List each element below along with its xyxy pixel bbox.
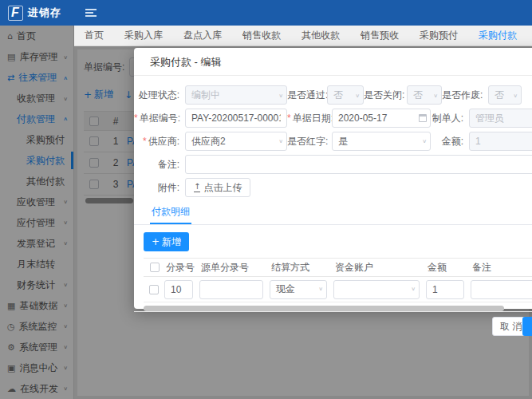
app-logo: F 进销存 — [0, 6, 74, 21]
fund-account-select[interactable]: ∨ — [333, 280, 420, 299]
detail-add-button[interactable]: + 新增 — [144, 232, 189, 251]
detail-tabs: 付款明细 — [134, 203, 532, 225]
col-settle-method: 结算方式 — [270, 261, 333, 275]
upload-button[interactable]: ↑ 点击上传 — [185, 178, 250, 197]
settle-method-value: 现金 — [276, 282, 295, 296]
page-tabbar: 首页 采购入库 盘点入库 销售收款 其他收款 销售预收 采购预付 采购付款 — [74, 26, 532, 46]
status-select[interactable]: 编制中 ∨ — [185, 85, 287, 105]
tab-sales-prereceipt[interactable]: 销售预收 — [350, 26, 409, 45]
creator-input — [469, 109, 532, 128]
chevron-down-icon: ∨ — [355, 92, 360, 97]
detail-table: 分录号 源单分录号 结算方式 资金账户 金额 备注 备注2 现金 ∨ — [144, 258, 532, 302]
passed-label: 是否通过: — [287, 89, 327, 102]
chevron-down-icon: ∨ — [433, 92, 438, 97]
tab-other-receipt[interactable]: 其他收款 — [291, 26, 350, 45]
required-mark: * — [134, 113, 138, 124]
amount-label: 金额: — [431, 135, 469, 148]
app-header: F 进销存 — [0, 0, 532, 26]
col-entry-no: 分录号 — [164, 261, 199, 275]
voided-label: 是否作废: — [442, 89, 488, 102]
tab-payment-details[interactable]: 付款明细 — [150, 203, 191, 224]
doc-date-label: *单据日期: — [287, 112, 332, 125]
col-amount: 金额 — [426, 261, 471, 275]
status-label: 处理状态: — [134, 89, 185, 102]
detail-select-all-checkbox[interactable] — [150, 263, 160, 272]
settle-method-select[interactable]: 现金 ∨ — [270, 280, 327, 299]
attachment-label: 附件: — [134, 181, 185, 195]
voided-select[interactable]: 否 ∨ — [488, 85, 522, 105]
tab-purchase-inbound[interactable]: 采购入库 — [114, 26, 173, 45]
required-mark: * — [287, 113, 291, 124]
detail-add-label: 新增 — [162, 235, 181, 249]
calendar-icon — [419, 114, 427, 122]
closed-select[interactable]: 否 ∨ — [407, 85, 442, 105]
upload-label: 点击上传 — [203, 181, 242, 195]
closed-value: 否 — [413, 89, 423, 102]
doc-no-label: *单据编号: — [134, 112, 185, 125]
doc-date-value: 2020-05-17 — [338, 113, 387, 124]
modal-title: 采购付款 - 编辑 — [134, 48, 532, 76]
red-flag-label: 是否红字: — [287, 135, 332, 148]
closed-label: 是否关闭: — [364, 89, 407, 102]
remark-input[interactable] — [185, 155, 532, 174]
tab-purchase-payment[interactable]: 采购付款 — [468, 26, 527, 45]
entry-no-input[interactable] — [164, 280, 193, 299]
creator-label: 制单人: — [431, 112, 469, 125]
detail-amount-input[interactable] — [426, 280, 464, 299]
logo-icon: F — [8, 6, 23, 21]
supplier-value: 供应商2 — [191, 135, 226, 148]
chevron-down-icon: ∨ — [411, 286, 416, 292]
tab-home[interactable]: 首页 — [74, 26, 114, 45]
status-value: 编制中 — [191, 89, 220, 102]
purchase-payment-edit-modal: 采购付款 - 编辑 处理状态: 编制中 ∨ 是否通过: 否 ∨ 是否关闭: 否 … — [134, 48, 532, 309]
detail-table-row: 现金 ∨ ∨ — [144, 277, 532, 302]
chevron-down-icon: ∨ — [318, 286, 323, 292]
doc-no-input[interactable] — [185, 109, 287, 128]
detail-remark-input[interactable] — [471, 280, 532, 299]
modal-footer: 取 消 保 存 — [134, 311, 532, 312]
required-mark: * — [143, 136, 147, 147]
red-flag-select[interactable]: 是 ∨ — [332, 132, 431, 151]
passed-value: 否 — [333, 89, 343, 102]
remark-label: 备注: — [134, 158, 185, 172]
tab-purchase-prepay[interactable]: 采购预付 — [409, 26, 468, 45]
chevron-down-icon: ∨ — [278, 92, 283, 97]
detail-table-header: 分录号 源单分录号 结算方式 资金账户 金额 备注 备注2 — [144, 258, 532, 277]
col-remark: 备注 — [471, 261, 532, 275]
app-title: 进销存 — [28, 6, 61, 20]
col-source-entry-no: 源单分录号 — [199, 261, 270, 275]
tab-stocktake-inbound[interactable]: 盘点入库 — [173, 26, 232, 45]
tab-sales-receipt[interactable]: 销售收款 — [232, 26, 291, 45]
red-flag-value: 是 — [338, 135, 348, 148]
col-fund-account: 资金账户 — [333, 261, 426, 275]
chevron-down-icon: ∨ — [513, 92, 518, 97]
amount-input — [469, 132, 532, 151]
save-button[interactable]: 保 存 — [522, 317, 532, 336]
detail-horizontal-scrollbar[interactable] — [144, 306, 532, 311]
chevron-down-icon: ∨ — [278, 138, 283, 144]
upload-icon: ↑ — [194, 183, 200, 192]
voided-value: 否 — [495, 89, 504, 102]
source-entry-no-input[interactable] — [199, 280, 263, 299]
supplier-label: *供应商: — [134, 135, 185, 148]
plus-icon: + — [152, 236, 160, 247]
doc-date-picker[interactable]: 2020-05-17 — [332, 109, 431, 128]
passed-select[interactable]: 否 ∨ — [327, 85, 364, 105]
supplier-select[interactable]: 供应商2 ∨ — [185, 132, 287, 151]
chevron-down-icon: ∨ — [422, 138, 427, 144]
sidebar-collapse-icon[interactable] — [85, 9, 97, 17]
detail-row-checkbox[interactable] — [149, 285, 159, 294]
